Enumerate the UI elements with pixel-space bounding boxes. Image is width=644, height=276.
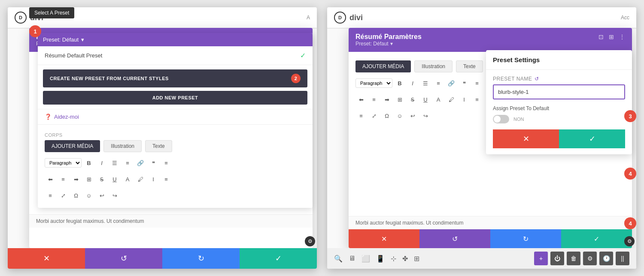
right-align-center-button[interactable]: ≡ (368, 94, 380, 105)
more-icon-right[interactable]: ⋮ (619, 33, 625, 40)
right-emoji-button[interactable]: ☺ (394, 110, 405, 121)
search-bottom-icon[interactable]: 🔍 (334, 255, 343, 263)
align-button[interactable]: ≡ (161, 157, 172, 168)
assign-default-toggle[interactable] (493, 115, 509, 123)
footer-confirm-button-left[interactable]: ✓ (240, 248, 317, 269)
preset-confirm-button[interactable]: ✓ (559, 129, 625, 148)
right-redo-toolbar-button[interactable]: ↪ (420, 110, 431, 121)
add-preset-button[interactable]: ADD NEW PRESET (43, 91, 307, 105)
left-panel: D divi A Reading Morbi auctor feugiat ma… (8, 7, 317, 269)
right-paragraph-select[interactable]: Paragraph (355, 78, 392, 88)
help-label: Aidez-moi (54, 114, 79, 120)
right-align-right-button[interactable]: ➡ (381, 94, 392, 105)
table-button[interactable]: ⊞ (83, 174, 94, 185)
right-indent-button[interactable]: I (459, 94, 470, 105)
right-align-button[interactable]: ≡ (471, 78, 483, 89)
format-button[interactable]: 🖊 (135, 174, 146, 185)
select-icon[interactable]: ⊹ (391, 255, 396, 263)
layout-button[interactable]: || (616, 252, 629, 265)
reset-icon[interactable]: ↺ (535, 76, 539, 82)
delete-button[interactable]: 🗑 (567, 252, 580, 265)
expand-button[interactable]: ⤢ (58, 190, 69, 201)
omega-button[interactable]: Ω (70, 190, 82, 201)
right-table-button[interactable]: ⊞ (394, 94, 405, 105)
list-ol-button[interactable]: ≡ (122, 157, 133, 168)
desktop-icon[interactable]: 🖥 (349, 255, 355, 262)
history-button[interactable]: 🕐 (599, 252, 613, 265)
header-right-right: Acc (621, 15, 629, 21)
right-expand-button[interactable]: ⤢ (368, 110, 380, 121)
settings-gear-icon-right[interactable]: ⚙ (624, 236, 635, 246)
right-preset-subtitle[interactable]: Preset: Défaut ▾ (355, 41, 393, 47)
right-undo-button[interactable]: ↩ (407, 110, 418, 121)
preset-name-input[interactable] (493, 84, 625, 99)
quote-button[interactable]: ❝ (148, 157, 159, 168)
right-underline-button[interactable]: U (420, 94, 431, 105)
footer-reset-button-left[interactable]: ↺ (85, 248, 162, 269)
move-icon[interactable]: ✤ (402, 255, 408, 263)
emoji-button[interactable]: ☺ (83, 190, 94, 201)
footer-cancel-button-left[interactable]: ✕ (8, 248, 85, 269)
preset-settings-body: Preset Name ↺ Assign Preset To Default N… (486, 70, 632, 154)
italic-button[interactable]: I (96, 157, 107, 168)
underline-button[interactable]: U (109, 174, 120, 185)
strikethrough-button[interactable]: S̶ (96, 174, 107, 185)
right-footer-reset[interactable]: ↺ (419, 229, 490, 248)
tab-text-button[interactable]: Texte (145, 140, 172, 152)
right-list-ol-button[interactable]: ≡ (433, 78, 444, 89)
right-tab-text-button[interactable]: Texte (456, 60, 483, 72)
right-quote-button[interactable]: ❝ (459, 78, 470, 89)
tab-media-button[interactable]: AJOUTER MÉDIA (45, 140, 100, 152)
footer-redo-button-left[interactable]: ↻ (162, 248, 240, 269)
redo-toolbar-button[interactable]: ↪ (109, 190, 120, 201)
columns-icon-right[interactable]: ⊞ (609, 33, 614, 40)
right-omega-button[interactable]: Ω (381, 110, 392, 121)
help-row[interactable]: ❓ Aidez-moi (38, 109, 313, 124)
dropdown-arrow-icon: ▾ (81, 36, 84, 43)
right-tab-media-button[interactable]: AJOUTER MÉDIA (355, 60, 411, 72)
mobile-icon[interactable]: 📱 (376, 255, 385, 263)
right-footer: ✕ ↺ ↻ ✓ (349, 229, 632, 248)
right-list-ul-button[interactable]: ☰ (420, 78, 431, 89)
right-outdent-button[interactable]: ≡ (471, 94, 483, 105)
settings-gear-icon-left[interactable]: ⚙ (305, 236, 315, 246)
right-align-justify-button[interactable]: ≡ (355, 110, 367, 121)
toolbar-row-1: Paragraph B I ☰ ≡ 🔗 ❝ ≡ (45, 156, 306, 170)
preset-default-item[interactable]: Résumé Default Preset ✓ (38, 46, 313, 65)
align-right-button[interactable]: ➡ (70, 174, 82, 185)
right-strikethrough-button[interactable]: S̶ (407, 94, 418, 105)
right-format-button[interactable]: 🖊 (446, 94, 457, 105)
right-footer-redo[interactable]: ↻ (490, 229, 561, 248)
right-tab-illustration-button[interactable]: Illustration (414, 60, 453, 72)
settings-button[interactable]: ⚙ (583, 252, 597, 265)
right-color-button[interactable]: A (433, 94, 444, 105)
preset-dropdown-header[interactable]: Preset: Défaut ▾ (38, 33, 313, 46)
link-button[interactable]: 🔗 (135, 157, 146, 168)
tablet-icon[interactable]: ⬜ (361, 255, 370, 263)
help-icon: ❓ (45, 114, 52, 120)
right-modal-actions: ⊡ ⊞ ⋮ (598, 33, 625, 40)
right-footer-confirm[interactable]: ✓ (561, 229, 632, 248)
right-bold-button[interactable]: B (394, 78, 405, 89)
outdent-button[interactable]: ≡ (161, 174, 172, 185)
right-italic-button[interactable]: I (407, 78, 418, 89)
bold-button[interactable]: B (83, 157, 94, 168)
paragraph-select[interactable]: Paragraph (45, 158, 82, 168)
create-preset-button[interactable]: CREATE NEW PRESET FROM CURRENT STYLES 2 (43, 69, 307, 87)
right-link-button[interactable]: 🔗 (446, 78, 457, 89)
indent-button[interactable]: I (148, 174, 159, 185)
preset-cancel-button[interactable]: ✕ (493, 129, 559, 148)
add-module-button[interactable]: + (534, 252, 548, 265)
tab-illustration-button[interactable]: Illustration (103, 140, 142, 152)
expand-icon-right[interactable]: ⊡ (598, 33, 604, 40)
right-align-left-button[interactable]: ⬅ (355, 94, 367, 105)
align-center-button[interactable]: ≡ (58, 174, 69, 185)
list-ul-button[interactable]: ☰ (109, 157, 120, 168)
power-button[interactable]: ⏻ (550, 252, 564, 265)
align-justify-button[interactable]: ≡ (45, 190, 56, 201)
align-left-button[interactable]: ⬅ (45, 174, 56, 185)
grid-icon[interactable]: ⊞ (414, 255, 419, 263)
right-footer-cancel[interactable]: ✕ (349, 229, 419, 248)
color-button[interactable]: A (122, 174, 133, 185)
undo-button[interactable]: ↩ (96, 190, 107, 201)
